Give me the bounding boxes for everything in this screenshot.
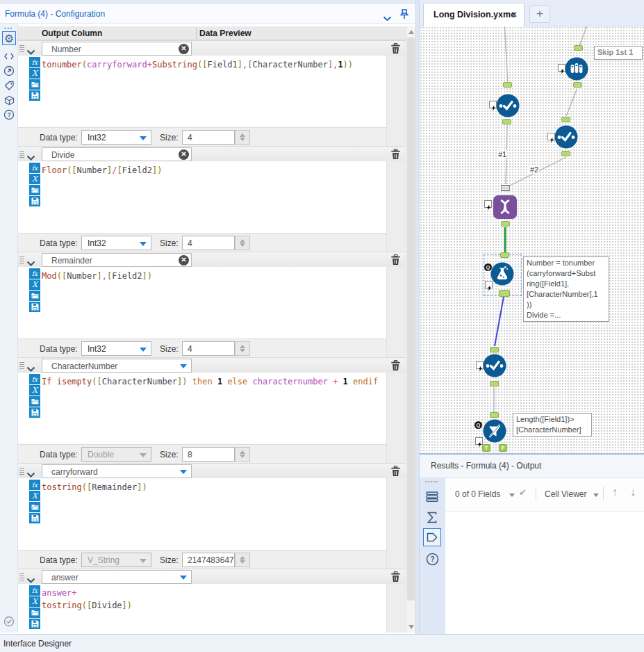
functions-button[interactable]: fx bbox=[29, 163, 40, 173]
column-dropdown-icon[interactable] bbox=[180, 364, 187, 368]
previous-record-icon[interactable]: ↑ bbox=[612, 486, 618, 498]
open-expression-button[interactable] bbox=[29, 502, 40, 512]
filter-input-anchor[interactable] bbox=[490, 412, 499, 418]
size-spinner[interactable] bbox=[235, 447, 250, 462]
size-spinner[interactable] bbox=[235, 341, 250, 356]
sample-input-anchor[interactable] bbox=[574, 45, 583, 51]
cell-viewer-dropdown[interactable]: Cell Viewer bbox=[545, 489, 586, 499]
output-column-field[interactable]: Number ✕ bbox=[42, 42, 192, 56]
help-icon[interactable]: ? bbox=[2, 108, 16, 122]
expression-editor[interactable]: tostring([Remainder]) bbox=[42, 481, 383, 548]
fields-summary-dropdown[interactable]: 0 of 0 Fields bbox=[455, 489, 500, 499]
row-drag-handle-icon[interactable] bbox=[19, 256, 24, 263]
cell-viewer-caret-icon[interactable] bbox=[593, 494, 599, 497]
delete-row-button[interactable] bbox=[390, 360, 402, 372]
data-type-select[interactable]: Int32 bbox=[81, 236, 151, 250]
functions-button[interactable]: fx bbox=[29, 374, 40, 384]
open-expression-button[interactable] bbox=[29, 608, 40, 618]
scroll-down-icon[interactable] bbox=[408, 625, 414, 629]
row-drag-handle-icon[interactable] bbox=[19, 573, 24, 580]
select2-output-anchor[interactable] bbox=[561, 151, 570, 156]
close-tab-icon[interactable]: ✕ bbox=[511, 10, 518, 19]
collapse-panel-icon[interactable] bbox=[383, 12, 392, 24]
open-expression-button[interactable] bbox=[29, 291, 40, 301]
fields-caret-icon[interactable] bbox=[509, 494, 515, 497]
delete-row-button[interactable] bbox=[390, 466, 402, 478]
expression-editor[interactable]: answer+tostring([Divide]) bbox=[42, 587, 383, 633]
size-input[interactable]: 2147483647 bbox=[182, 553, 235, 567]
formula-annotation[interactable]: Number = tonumber (carryforward+Subst ri… bbox=[523, 256, 609, 322]
expression-editor[interactable]: Floor([Number]/[Field2]) bbox=[42, 164, 383, 231]
filter-true-anchor[interactable]: T bbox=[482, 444, 490, 452]
column-separator[interactable] bbox=[196, 28, 197, 39]
row-drag-handle-icon[interactable] bbox=[19, 45, 24, 52]
new-tab-button[interactable]: + bbox=[529, 5, 550, 23]
select2-input-anchor[interactable] bbox=[561, 117, 570, 122]
row-drag-handle-icon[interactable] bbox=[19, 151, 24, 158]
filter-false-anchor[interactable]: F bbox=[499, 444, 507, 452]
row-drag-handle-icon[interactable] bbox=[19, 468, 24, 475]
workflow-canvas[interactable]: #1 #2 Skip 1st 1 bbox=[420, 26, 644, 453]
union-multi-input-anchor[interactable] bbox=[501, 185, 510, 191]
output-column-field[interactable]: Divide ✕ bbox=[42, 147, 192, 161]
output-column-field[interactable]: Remainder ✕ bbox=[42, 253, 192, 267]
column-dropdown-icon[interactable] bbox=[180, 470, 187, 474]
size-input[interactable]: 4 bbox=[182, 341, 235, 356]
variables-button[interactable]: X bbox=[29, 68, 40, 79]
scroll-up-icon[interactable] bbox=[408, 30, 414, 34]
delete-row-button[interactable] bbox=[390, 43, 402, 55]
data-type-select[interactable]: V_String bbox=[81, 553, 151, 567]
variables-button[interactable]: X bbox=[29, 491, 40, 501]
sample-output-anchor[interactable] bbox=[573, 82, 582, 88]
sample-annotation[interactable]: Skip 1st 1 bbox=[594, 46, 643, 60]
delete-row-button[interactable] bbox=[390, 254, 402, 266]
select1-output-anchor[interactable] bbox=[502, 119, 511, 124]
variables-button[interactable]: X bbox=[29, 385, 40, 396]
table-icon[interactable] bbox=[423, 487, 441, 505]
select3-input-anchor[interactable] bbox=[490, 347, 499, 352]
output-column-field[interactable]: CharacterNumber ✕ bbox=[42, 359, 192, 373]
functions-button[interactable]: fx bbox=[29, 585, 40, 596]
row-drag-handle-icon[interactable] bbox=[19, 362, 24, 369]
save-expression-button[interactable] bbox=[29, 407, 40, 418]
open-expression-button[interactable] bbox=[29, 185, 40, 195]
size-input[interactable]: 8 bbox=[182, 447, 235, 462]
variables-button[interactable]: X bbox=[29, 596, 40, 607]
package-icon[interactable] bbox=[2, 93, 16, 107]
column-dropdown-icon[interactable] bbox=[180, 576, 187, 580]
next-record-icon[interactable]: ↓ bbox=[630, 486, 636, 498]
select-tool-2[interactable] bbox=[554, 125, 578, 149]
tab-long-division[interactable]: Long Division.yxmc ✕ bbox=[423, 3, 525, 26]
select3-output-anchor[interactable] bbox=[490, 381, 499, 386]
expression-editor[interactable]: If isempty([CharacterNumber]) then 1 els… bbox=[42, 375, 383, 443]
clear-column-icon[interactable]: ✕ bbox=[179, 255, 189, 266]
select-tool-3[interactable] bbox=[483, 354, 506, 377]
size-spinner[interactable] bbox=[235, 130, 250, 145]
delete-row-button[interactable] bbox=[390, 149, 402, 161]
union-tool[interactable] bbox=[493, 195, 516, 218]
tag-icon[interactable] bbox=[2, 79, 16, 92]
filter-tool[interactable] bbox=[483, 419, 506, 443]
save-expression-button[interactable] bbox=[29, 619, 40, 629]
formula-output-anchor[interactable] bbox=[499, 290, 510, 297]
output-column-field[interactable]: answer ✕ bbox=[42, 570, 192, 584]
code-icon[interactable] bbox=[2, 49, 16, 63]
pin-panel-icon[interactable] bbox=[399, 8, 409, 23]
open-expression-button[interactable] bbox=[29, 396, 40, 407]
size-spinner[interactable] bbox=[235, 553, 250, 567]
profile-sigma-icon[interactable] bbox=[423, 508, 441, 526]
save-expression-button[interactable] bbox=[29, 90, 40, 101]
apply-check-icon[interactable]: ✔ bbox=[519, 487, 527, 498]
clear-column-icon[interactable]: ✕ bbox=[179, 149, 189, 160]
expression-editor[interactable]: Mod([Number],[Field2]) bbox=[42, 270, 383, 337]
size-input[interactable]: 4 bbox=[182, 236, 235, 250]
functions-button[interactable]: fx bbox=[29, 268, 40, 279]
select-tool-1[interactable] bbox=[496, 94, 520, 117]
formula-tool[interactable] bbox=[490, 262, 514, 286]
union-output-anchor[interactable] bbox=[501, 221, 510, 227]
data-type-select[interactable]: Int32 bbox=[81, 341, 151, 356]
metadata-icon[interactable] bbox=[423, 528, 441, 546]
run-export-icon[interactable] bbox=[2, 64, 16, 78]
help-icon[interactable]: ? bbox=[423, 550, 441, 568]
expression-editor[interactable]: tonumber(carryforward+Substring([Field1]… bbox=[42, 58, 383, 126]
